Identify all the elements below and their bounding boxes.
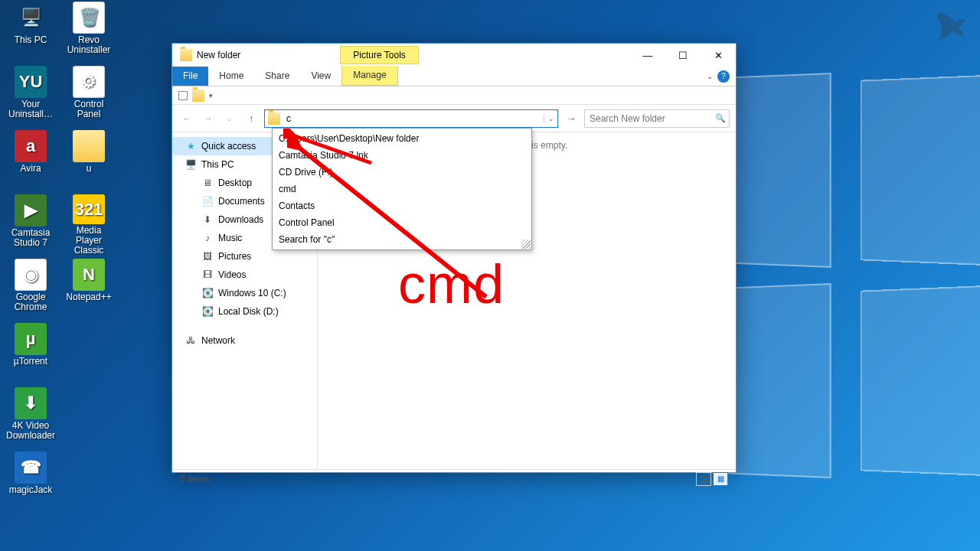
desktop-icon-label: Revo Uninstaller xyxy=(62,35,116,55)
desktop-icon[interactable]: u xyxy=(62,130,116,191)
desktop-icon-label: 4K Video Downloader xyxy=(4,421,57,441)
tab-manage[interactable]: Manage xyxy=(341,66,397,86)
go-button[interactable]: → xyxy=(563,110,580,127)
desktop-icon[interactable]: ⚙Control Panel xyxy=(62,66,116,127)
wallpaper-dragon-icon xyxy=(931,6,972,47)
app-icon: ▶ xyxy=(15,194,47,227)
autocomplete-item[interactable]: C:\Users\User\Desktop\New folder xyxy=(273,130,531,147)
forward-button[interactable]: → xyxy=(200,110,217,127)
sidebar-icon: 🖥 xyxy=(201,177,214,189)
address-dropdown-icon[interactable]: ⌄ xyxy=(544,115,557,122)
resize-grip-icon[interactable] xyxy=(521,240,531,249)
sidebar-label: Videos xyxy=(218,269,246,280)
desktop-icon[interactable]: 🗑️Revo Uninstaller xyxy=(62,2,116,63)
address-bar[interactable]: ⌄ xyxy=(264,109,558,128)
desktop-icon-label: Camtasia Studio 7 xyxy=(4,228,57,248)
autocomplete-item[interactable]: Contacts xyxy=(273,197,531,214)
autocomplete-item[interactable]: Control Panel xyxy=(273,214,531,231)
sidebar-item[interactable]: 💽Windows 10 (C:) xyxy=(172,284,317,302)
sidebar-icon: 🖼 xyxy=(201,250,214,262)
search-input[interactable] xyxy=(585,113,712,124)
sidebar-icon: 🖥️ xyxy=(185,158,197,171)
desktop-icon[interactable]: ☎magicJack xyxy=(4,452,57,513)
app-icon xyxy=(73,130,105,162)
desktop-icon-label: magicJack xyxy=(9,485,53,495)
desktop-icon-label: Media Player Classic xyxy=(62,226,116,256)
qat-dropdown-icon[interactable]: ▾ xyxy=(209,92,213,99)
close-button[interactable]: ✕ xyxy=(701,44,736,67)
icons-view-button[interactable]: ▦ xyxy=(713,472,728,486)
ribbon-tabs: File Home Share View Manage ⌄ ? xyxy=(172,67,736,86)
desktop-icon[interactable]: aAvira xyxy=(4,130,57,191)
tab-file[interactable]: File xyxy=(172,67,208,86)
sidebar-label: Desktop xyxy=(218,178,252,188)
sidebar-item[interactable]: 💽Local Disk (D:) xyxy=(172,302,317,321)
sidebar-item[interactable]: 🖧Network xyxy=(172,331,317,350)
desktop-icon-label: Control Panel xyxy=(62,99,116,119)
app-icon: a xyxy=(15,130,47,162)
sidebar-label: Local Disk (D:) xyxy=(218,306,279,317)
qat-folder-icon[interactable] xyxy=(192,90,204,102)
tab-share[interactable]: Share xyxy=(254,67,300,86)
search-icon[interactable]: 🔍 xyxy=(712,113,729,123)
autocomplete-item[interactable]: cmd xyxy=(273,181,531,197)
sidebar-label: Documents xyxy=(218,196,265,207)
help-icon[interactable]: ? xyxy=(717,70,730,83)
desktop-icon[interactable]: ▶Camtasia Studio 7 xyxy=(4,194,57,256)
app-icon: N xyxy=(73,259,105,291)
app-icon: 🗑️ xyxy=(73,2,105,34)
desktop-icons: 🖥️This PC🗑️Revo UninstallerYUYour Uninst… xyxy=(4,0,119,551)
desktop-icon-label: Google Chrome xyxy=(4,292,57,312)
desktop-icon-label: µTorrent xyxy=(14,357,47,367)
desktop-icon[interactable]: 321Media Player Classic xyxy=(62,194,116,256)
context-tab-picture-tools[interactable]: Picture Tools xyxy=(340,46,418,64)
sidebar-icon: 🎞 xyxy=(201,269,214,281)
sidebar-icon: 💽 xyxy=(201,287,214,299)
maximize-button[interactable]: ☐ xyxy=(665,44,701,67)
minimize-button[interactable]: — xyxy=(630,44,665,67)
desktop-icon[interactable]: µµTorrent xyxy=(4,323,57,384)
item-count: 0 items xyxy=(180,474,210,484)
desktop-icon-label: Your Uninstall… xyxy=(4,99,57,119)
desktop-icon[interactable]: 🖥️This PC xyxy=(4,2,57,63)
address-input[interactable] xyxy=(283,110,544,127)
sidebar-label: Windows 10 (C:) xyxy=(218,288,286,298)
sidebar-label: Pictures xyxy=(218,251,251,262)
app-icon: ☎ xyxy=(15,452,47,484)
autocomplete-item[interactable]: Search for "c" xyxy=(273,231,531,248)
folder-icon xyxy=(180,49,192,61)
app-icon: 🖥️ xyxy=(15,2,47,34)
tab-home[interactable]: Home xyxy=(208,67,254,86)
up-button[interactable]: ↑ xyxy=(243,110,260,127)
app-icon: ⚙ xyxy=(73,66,105,98)
qat-checkbox[interactable] xyxy=(178,91,188,100)
desktop-icon[interactable]: ◉Google Chrome xyxy=(4,259,57,320)
sidebar-label: Network xyxy=(201,335,235,346)
address-autocomplete-dropdown: C:\Users\User\Desktop\New folderCamtasia… xyxy=(272,128,532,250)
desktop-icon[interactable]: YUYour Uninstall… xyxy=(4,66,57,127)
desktop-icon-label: This PC xyxy=(15,35,47,45)
search-box[interactable]: 🔍 xyxy=(584,109,730,128)
recent-dropdown-icon[interactable]: ⌄ xyxy=(221,110,238,127)
tab-view[interactable]: View xyxy=(300,67,341,86)
desktop-icon[interactable]: NNotepad++ xyxy=(62,259,116,320)
sidebar-icon: 🖧 xyxy=(185,334,197,347)
sidebar-icon: ★ xyxy=(185,140,197,152)
app-icon: µ xyxy=(15,323,47,355)
sidebar-item[interactable]: 🎞Videos xyxy=(172,266,317,284)
window-title: New folder xyxy=(197,50,240,60)
explorer-window: New folder Picture Tools — ☐ ✕ File Home… xyxy=(172,43,737,473)
autocomplete-item[interactable]: CD Drive (F:) xyxy=(273,164,531,181)
quick-access-toolbar: ▾ xyxy=(172,86,736,105)
desktop-icon-label: Avira xyxy=(20,164,41,174)
autocomplete-item[interactable]: Camtasia Studio 7.lnk xyxy=(273,147,531,164)
details-view-button[interactable]: ☰ xyxy=(696,472,711,486)
desktop-icon[interactable]: ⬇4K Video Downloader xyxy=(4,387,57,448)
app-icon: ⬇ xyxy=(15,387,47,419)
back-button[interactable]: ← xyxy=(178,110,195,127)
sidebar-label: Music xyxy=(218,233,242,243)
sidebar-label: This PC xyxy=(201,159,234,170)
desktop-icon-label: Notepad++ xyxy=(66,292,111,302)
ribbon-collapse-icon[interactable]: ⌄ xyxy=(707,72,713,80)
status-bar: 0 items ☰ ▦ xyxy=(172,469,736,487)
